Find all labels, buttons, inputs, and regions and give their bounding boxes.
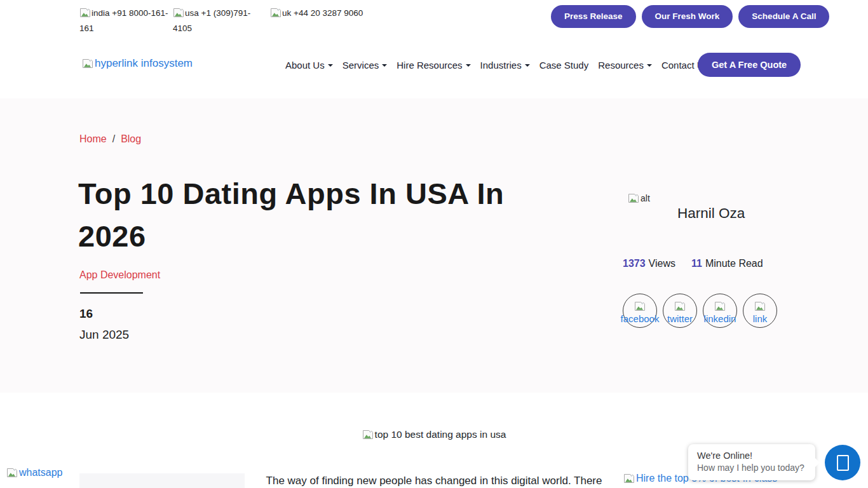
contact-phone-uk[interactable]: uk +44 20 3287 9060 [270,6,384,21]
hero-image-placeholder: top 10 best dating apps in usa [0,429,868,440]
press-release-button[interactable]: Press Release [551,5,636,28]
avatar-alt-text: alt [641,193,650,203]
breadcrumb-blog-link[interactable]: Blog [121,133,141,145]
phone-number: +44 20 3287 9060 [294,8,363,18]
flag-alt-text: uk [282,8,291,18]
chevron-down-icon [647,64,652,67]
share-alt-text: twitter [667,313,693,324]
contact-phone-usa[interactable]: usa +1 (309)791-4105 [173,6,268,36]
views-label: Views [649,258,675,269]
nav-label: Resources [598,60,644,71]
nav-case-study[interactable]: Case Study [539,60,589,71]
nav-services[interactable]: Services [342,60,388,71]
logo-broken-image-icon [82,58,93,69]
logo-alt-text: hyperlink infosystem [95,57,193,69]
flag-alt-text: usa [185,8,199,18]
share-buttons: facebook twitter linkedin link [623,294,777,328]
publish-date-day: 16 [79,307,93,321]
share-facebook-button[interactable]: facebook [623,294,657,328]
share-alt-text: facebook [621,313,660,324]
blog-page: india +91 8000-161-161 usa +1 (309)791-4… [0,0,868,488]
chat-tooltip[interactable]: We're Online! How may I help you today? [688,444,815,480]
india-flag-broken-image-icon [79,8,91,18]
chat-launcher-button[interactable] [825,445,860,480]
get-a-free-quote-button[interactable]: Get A Free Quote [698,53,801,77]
publish-date-month-year: Jun 2025 [79,328,129,342]
nav-label: Case Study [539,60,589,71]
share-copy-link-button[interactable]: link [743,294,777,328]
views-count: 1373 [623,258,646,269]
chevron-down-icon [525,64,530,67]
header-action-buttons: Press Release Our Fresh Work Schedule A … [551,5,829,28]
page-title: Top 10 Dating Apps In USA In 2026 [78,172,553,257]
link-broken-image-icon [754,301,766,311]
nav-industries[interactable]: Industries [480,60,530,71]
read-time-label: Minute Read [705,258,763,269]
read-time-count: 11 [691,258,702,269]
chevron-down-icon [466,64,471,67]
flag-alt-text: india [92,8,110,18]
breadcrumb-separator: / [112,133,115,145]
linkedin-broken-image-icon [714,301,726,311]
breadcrumb-home-link[interactable]: Home [79,133,107,145]
tooltip-arrow [815,458,820,468]
article-stats: 1373 Views 11 Minute Read [623,258,763,269]
main-nav: About Us Services Hire Resources Industr… [285,56,709,74]
title-divider [80,292,143,294]
nav-label: Services [342,60,379,71]
facebook-broken-image-icon [634,301,646,311]
nav-label: Industries [480,60,522,71]
share-alt-text: link [753,313,768,324]
author-avatar: alt [628,193,650,203]
author-name: Harnil Oza [677,205,745,222]
contact-phone-india[interactable]: india +91 8000-161-161 [79,6,175,36]
nav-label: About Us [285,60,325,71]
hero-broken-image-icon [362,430,374,440]
breadcrumb: Home / Blog [79,133,141,145]
chat-greeting-text: How may I help you today? [697,463,806,473]
hero-image-alt-text: top 10 best dating apps in usa [375,429,506,440]
avatar-broken-image-icon [628,193,639,203]
share-twitter-button[interactable]: twitter [663,294,697,328]
twitter-broken-image-icon [674,301,686,311]
chevron-down-icon [382,64,387,67]
nav-label: Hire Resources [397,60,462,71]
nav-about-us[interactable]: About Us [285,60,333,71]
site-logo-link[interactable]: hyperlink infosystem [82,57,193,70]
chat-window-icon [837,455,849,471]
usa-flag-broken-image-icon [173,8,184,18]
schedule-a-call-button[interactable]: Schedule A Call [738,5,829,28]
share-alt-text: linkedin [704,313,736,324]
nav-resources[interactable]: Resources [598,60,652,71]
hire-banner-broken-image-icon [623,473,635,484]
share-linkedin-button[interactable]: linkedin [703,294,737,328]
our-fresh-work-button[interactable]: Our Fresh Work [642,5,733,28]
nav-hire-resources[interactable]: Hire Resources [397,60,470,71]
chevron-down-icon [328,64,333,67]
uk-flag-broken-image-icon [270,8,281,18]
category-link[interactable]: App Development [79,269,160,281]
chat-status-text: We're Online! [697,451,806,461]
